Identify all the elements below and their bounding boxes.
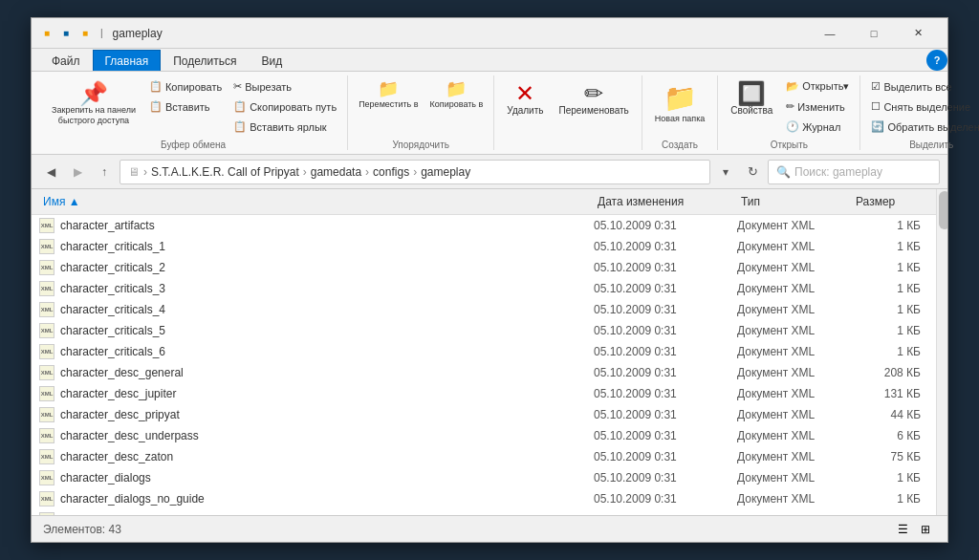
path-gameplay[interactable]: gameplay bbox=[421, 165, 470, 179]
file-date-cell: 05.10.2009 0:31 bbox=[594, 219, 737, 232]
deselect-icon: ☐ bbox=[871, 100, 881, 113]
table-row[interactable]: XML character_criticals_2 05.10.2009 0:3… bbox=[32, 257, 936, 278]
pin-button[interactable]: 📌 Закрепить на панелибыстрого доступа bbox=[45, 77, 142, 131]
table-row[interactable]: XML character_criticals_5 05.10.2009 0:3… bbox=[32, 320, 936, 341]
edit-button[interactable]: ✏ Изменить bbox=[781, 97, 854, 116]
path-gamedata[interactable]: gamedata bbox=[311, 165, 361, 179]
paste-button[interactable]: 📋 Вставить bbox=[144, 97, 227, 116]
col-header-size[interactable]: Размер bbox=[852, 193, 928, 210]
copy-to-button[interactable]: 📁 Копировать в bbox=[425, 77, 489, 113]
paste-shortcut-button[interactable]: 📋 Вставить ярлык bbox=[228, 118, 341, 136]
file-size-cell: 1 КБ bbox=[852, 303, 928, 316]
deselect-button[interactable]: ☐ Снять выделение bbox=[866, 97, 979, 116]
table-row[interactable]: XML character_desc_general 05.10.2009 0:… bbox=[32, 362, 936, 383]
status-count: Элементов: 43 bbox=[43, 523, 121, 536]
invert-icon: 🔄 bbox=[871, 120, 884, 133]
copy-path-icon: 📋 bbox=[233, 100, 247, 113]
file-name-text: character_desc_jupiter bbox=[60, 387, 176, 400]
table-row[interactable]: XML character_criticals_6 05.10.2009 0:3… bbox=[32, 341, 936, 362]
file-date-cell: 05.10.2009 0:31 bbox=[594, 261, 737, 274]
search-box[interactable]: 🔍 Поиск: gameplay bbox=[768, 160, 940, 184]
open-icon: 📂 bbox=[786, 80, 799, 93]
tab-share[interactable]: Поделиться bbox=[161, 50, 249, 71]
ribbon-tabs: Файл Главная Поделиться Вид ? bbox=[32, 49, 947, 72]
create-buttons: 📁 Новая папка bbox=[648, 75, 711, 138]
path-configs[interactable]: configs bbox=[373, 165, 409, 179]
view-controls: ☰ ⊞ bbox=[892, 519, 936, 540]
status-bar: Элементов: 43 ☰ ⊞ bbox=[32, 515, 947, 542]
dropdown-button[interactable]: ▾ bbox=[714, 161, 737, 183]
file-type-cell: Документ XML bbox=[737, 261, 852, 274]
file-size-cell: 1 КБ bbox=[852, 240, 928, 253]
delete-button[interactable]: ✕ Удалить bbox=[500, 77, 550, 120]
file-type-cell: Документ XML bbox=[737, 282, 852, 295]
file-date-cell: 05.10.2009 0:31 bbox=[594, 345, 737, 358]
xml-file-icon: XML bbox=[39, 428, 54, 443]
table-row[interactable]: XML character_artifacts 05.10.2009 0:31 … bbox=[32, 215, 936, 236]
file-name-cell: XML character_criticals_3 bbox=[39, 281, 594, 296]
select-group: ☑ Выделить все ☐ Снять выделение 🔄 Обрат… bbox=[860, 75, 979, 150]
table-row[interactable]: XML character_desc_underpass 05.10.2009 … bbox=[32, 425, 936, 446]
clipboard-group: 📌 Закрепить на панелибыстрого доступа 📋 … bbox=[39, 75, 348, 150]
select-all-button[interactable]: ☑ Выделить все bbox=[866, 77, 979, 96]
table-row[interactable]: XML character_desc_zaton 05.10.2009 0:31… bbox=[32, 446, 936, 467]
xml-file-icon: XML bbox=[39, 491, 54, 506]
organize-buttons: 📁 Переместить в 📁 Копировать в bbox=[354, 75, 488, 138]
file-type-cell: Документ XML bbox=[737, 240, 852, 253]
copy-paste-group: 📋 Копировать 📋 Вставить bbox=[144, 77, 227, 116]
move-icon: 📁 bbox=[378, 80, 399, 97]
tab-view[interactable]: Вид bbox=[249, 50, 294, 71]
move-button[interactable]: 📁 Переместить в bbox=[354, 77, 423, 113]
file-name-cell: XML character_desc_general bbox=[39, 365, 594, 380]
history-button[interactable]: 🕐 Журнал bbox=[781, 118, 854, 136]
refresh-button[interactable]: ↻ bbox=[741, 161, 764, 183]
window-title: gameplay bbox=[113, 27, 808, 40]
cut-button[interactable]: ✂ Вырезать bbox=[228, 77, 341, 96]
table-row[interactable]: XML character_dialogs_no_guide 05.10.200… bbox=[32, 488, 936, 509]
search-icon: 🔍 bbox=[776, 165, 791, 179]
properties-icon: 🔲 bbox=[737, 82, 766, 105]
path-stalker[interactable]: S.T.A.L.K.E.R. Call of Pripyat bbox=[151, 165, 299, 179]
pin-icon: 📌 bbox=[79, 82, 108, 105]
tab-file[interactable]: Файл bbox=[39, 50, 93, 71]
new-folder-button[interactable]: 📁 Новая папка bbox=[648, 77, 711, 128]
forward-button[interactable]: ▶ bbox=[66, 161, 89, 183]
col-header-date[interactable]: Дата изменения bbox=[594, 193, 737, 210]
file-name-cell: XML character_criticals_5 bbox=[39, 323, 594, 338]
help-button[interactable]: ? bbox=[926, 50, 947, 71]
rename-button[interactable]: ✏ Переименовать bbox=[553, 77, 636, 120]
table-row[interactable]: XML character_criticals_1 05.10.2009 0:3… bbox=[32, 236, 936, 257]
file-name-text: character_criticals_1 bbox=[60, 240, 165, 253]
properties-button[interactable]: 🔲 Свойства bbox=[724, 77, 779, 120]
details-view-button[interactable]: ☰ bbox=[892, 519, 913, 540]
col-header-name[interactable]: Имя ▲ bbox=[39, 193, 594, 210]
scrollbar-thumb[interactable] bbox=[939, 191, 947, 229]
invert-selection-button[interactable]: 🔄 Обратить выделение bbox=[866, 118, 979, 136]
open-actions: 📂 Открыть▾ ✏ Изменить 🕐 Журнал bbox=[781, 77, 854, 136]
table-row[interactable]: XML character_dialogs 05.10.2009 0:31 До… bbox=[32, 467, 936, 488]
table-row[interactable]: XML character_criticals_4 05.10.2009 0:3… bbox=[32, 299, 936, 320]
xml-file-icon: XML bbox=[39, 302, 54, 317]
close-button[interactable]: ✕ bbox=[896, 18, 940, 49]
copy-path-button[interactable]: 📋 Скопировать путь bbox=[228, 97, 341, 116]
table-row[interactable]: XML character_criticals_3 05.10.2009 0:3… bbox=[32, 278, 936, 299]
file-name-text: character_criticals_3 bbox=[60, 282, 165, 295]
file-size-cell: 6 КБ bbox=[852, 429, 928, 442]
copy-button[interactable]: 📋 Копировать bbox=[144, 77, 227, 96]
open-button[interactable]: 📂 Открыть▾ bbox=[781, 77, 854, 96]
table-row[interactable]: XML character_desc_jupiter 05.10.2009 0:… bbox=[32, 383, 936, 404]
large-icons-view-button[interactable]: ⊞ bbox=[915, 519, 936, 540]
search-placeholder: Поиск: gameplay bbox=[794, 165, 882, 179]
file-name-text: character_desc_general bbox=[60, 366, 184, 379]
file-name-text: character_dialogs_no_guide bbox=[60, 492, 205, 506]
file-type-cell: Документ XML bbox=[737, 450, 852, 463]
maximize-button[interactable]: □ bbox=[852, 18, 896, 49]
back-button[interactable]: ◀ bbox=[39, 161, 62, 183]
tab-home[interactable]: Главная bbox=[93, 50, 162, 71]
minimize-button[interactable]: — bbox=[808, 18, 852, 49]
up-button[interactable]: ↑ bbox=[93, 161, 116, 183]
col-header-type[interactable]: Тип bbox=[737, 193, 852, 210]
create-label: Создать bbox=[662, 138, 698, 150]
table-row[interactable]: XML character_desc_pripyat 05.10.2009 0:… bbox=[32, 404, 936, 425]
history-icon: 🕐 bbox=[786, 120, 799, 133]
